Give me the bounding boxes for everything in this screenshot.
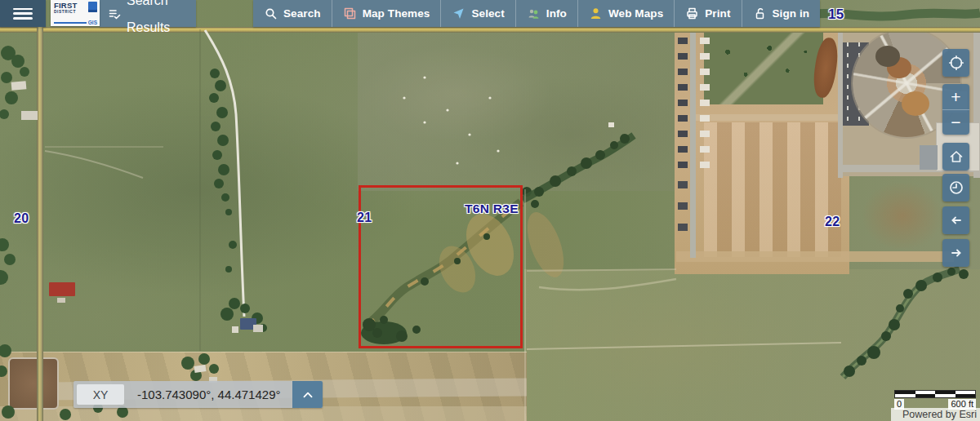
esri-attribution: Powered by Esri [891, 408, 980, 421]
select-label: Select [471, 0, 504, 27]
info-label: Info [546, 0, 567, 27]
time-slider-button[interactable] [942, 174, 969, 202]
previous-extent-button[interactable] [942, 206, 969, 234]
section-label-15: 15 [828, 7, 844, 23]
home-button[interactable] [942, 143, 969, 171]
zoom-in-button[interactable]: + [942, 84, 969, 109]
home-icon [948, 148, 964, 165]
search-results-label: Search Results [127, 0, 188, 41]
print-label: Print [705, 0, 730, 27]
coordinate-value: -103.743090°, 44.471429° [127, 381, 292, 408]
next-extent-button[interactable] [942, 239, 969, 267]
info-people-icon [527, 7, 541, 20]
scale-bar-segments [894, 390, 976, 398]
next-extent-icon [948, 245, 964, 261]
hamburger-icon [13, 8, 33, 20]
select-cursor-icon [452, 7, 466, 20]
scale-bar: 0 600 ft [894, 390, 976, 410]
logo-line3: GIS [88, 20, 97, 25]
section-label-22: 22 [825, 215, 840, 229]
list-check-icon [108, 7, 122, 20]
search-icon [264, 7, 278, 20]
compass-button[interactable] [942, 49, 969, 77]
zoom-out-button[interactable]: − [942, 109, 969, 135]
time-slider-icon [948, 179, 964, 196]
search-results-tab[interactable]: Search Results [100, 0, 196, 27]
menu-button[interactable] [0, 0, 46, 27]
compass-crosshair-icon [948, 55, 964, 71]
search-button[interactable]: Search [253, 0, 332, 27]
chevron-up-icon [300, 387, 316, 403]
logo-divider [54, 22, 87, 24]
logo-building-icon [88, 2, 97, 12]
map-themes-icon [343, 7, 357, 20]
sign-in-button[interactable]: Sign in [742, 0, 821, 27]
logo-line1: FIRST [54, 2, 77, 10]
gis-map-app: 15 20 21 22 T6N R3E FIRST DISTRICT GIS S… [0, 0, 980, 421]
lock-open-icon [753, 7, 767, 20]
township-range-label: T6N R3E [465, 202, 519, 216]
toolbar: Search Map Themes Select [253, 0, 820, 27]
zoom-control: + − [942, 84, 969, 135]
select-button[interactable]: Select [440, 0, 514, 27]
info-button[interactable]: Info [515, 0, 577, 27]
printer-icon [685, 7, 699, 20]
previous-extent-icon [948, 212, 964, 228]
person-icon [589, 7, 603, 20]
sign-in-label: Sign in [773, 0, 810, 27]
map-themes-button[interactable]: Map Themes [332, 0, 441, 27]
coordinate-widget: XY -103.743090°, 44.471429° [74, 381, 323, 408]
logo-line2: DISTRICT [54, 10, 77, 15]
map-themes-label: Map Themes [363, 0, 430, 27]
web-maps-button[interactable]: Web Maps [577, 0, 674, 27]
print-button[interactable]: Print [674, 0, 741, 27]
section-label-20: 20 [14, 211, 29, 226]
web-maps-label: Web Maps [608, 0, 663, 27]
first-district-gis-logo: FIRST DISTRICT GIS [51, 0, 100, 26]
coordinate-collapse-button[interactable] [292, 381, 323, 408]
coordinate-mode-select[interactable]: XY [77, 384, 124, 405]
section-label-21: 21 [357, 210, 372, 225]
search-label: Search [283, 0, 321, 27]
